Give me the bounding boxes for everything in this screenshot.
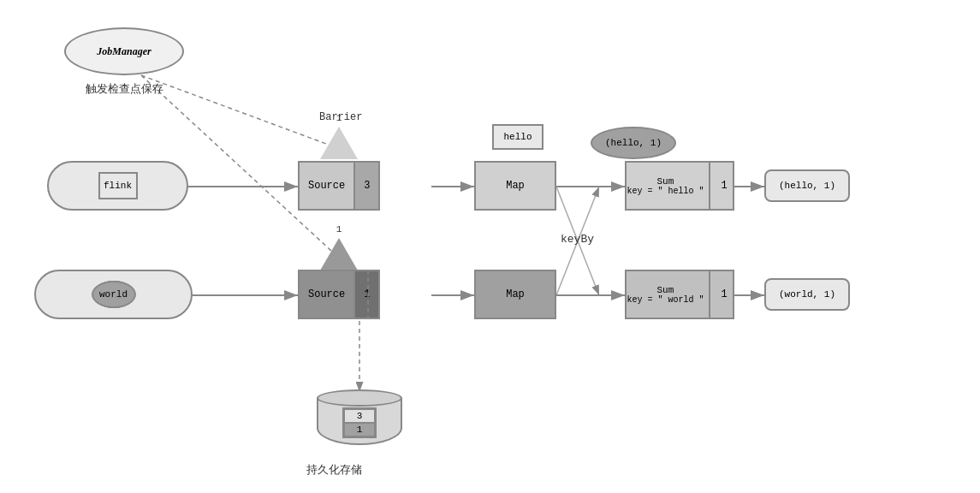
top-output: (hello, 1) [764, 169, 850, 202]
top-source-num: 3 [353, 163, 378, 209]
top-sum-num: 1 [716, 180, 732, 192]
keyby-label: keyBy [561, 233, 594, 246]
barrier-num-bottom: 1 [336, 224, 342, 235]
barrier-triangle-top: 1 [320, 127, 358, 159]
top-source-block: Source 3 [298, 161, 380, 211]
bottom-output: (world, 1) [764, 278, 850, 311]
bottom-cylinder: flink hello world [34, 270, 193, 319]
barrier-num-top: 1 [336, 113, 342, 123]
top-cylinder: hello flink [47, 161, 188, 211]
db-inner: 3 1 [342, 407, 377, 438]
db-row-3: 3 [344, 409, 375, 423]
db-row-1: 1 [344, 423, 375, 437]
top-sum-key: key = " hello " [627, 187, 704, 196]
bottom-item-world: world [92, 281, 136, 308]
bottom-sum-block: Sum key = " world " 1 [625, 270, 734, 319]
bottom-sum-key: key = " world " [627, 295, 704, 305]
hello-box: hello [492, 124, 543, 150]
bottom-source-num: 1 [353, 271, 378, 318]
persistent-storage-label: 持久化存储 [306, 462, 362, 478]
floating-hello-output: (hello, 1) [591, 127, 676, 159]
db-top [317, 389, 402, 407]
top-item-flink: flink [98, 172, 138, 199]
bottom-source-label: Source [300, 271, 353, 318]
database: 3 1 [317, 389, 402, 445]
svg-line-12 [141, 75, 342, 150]
jobmanager-label: JobManager [97, 45, 151, 58]
bottom-map: Map [474, 270, 556, 319]
jobmanager-node: JobManager [64, 27, 184, 75]
top-sum-label: Sum [627, 176, 704, 187]
bottom-sum-num: 1 [716, 288, 732, 300]
bottom-source-block: Source 1 [298, 270, 380, 319]
bottom-sum-label: Sum [627, 285, 704, 295]
trigger-text: 触发检查点保存 [86, 81, 163, 97]
top-sum-block: Sum key = " hello " 1 [625, 161, 734, 211]
top-source-label: Source [300, 163, 353, 209]
barrier-triangle-bottom: 1 [320, 238, 358, 270]
top-map: Map [474, 161, 556, 211]
